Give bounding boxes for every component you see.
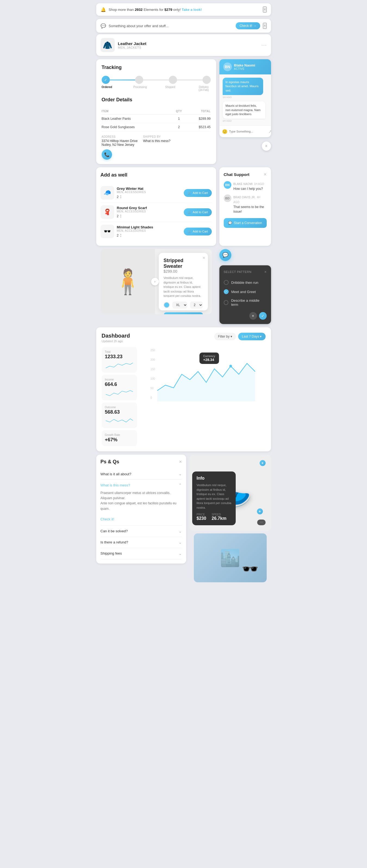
call-button[interactable]: 📞 bbox=[102, 149, 112, 160]
qty-stepper-hat[interactable]: 2 ▲ ▼ bbox=[117, 195, 181, 199]
shoe-more-button[interactable]: ⋯ bbox=[257, 520, 265, 525]
svg-text:50: 50 bbox=[150, 387, 153, 390]
step-line-2 bbox=[143, 80, 169, 81]
period-filter-button[interactable]: Last 7 Days ▾ bbox=[238, 333, 265, 340]
qty-down-scarf[interactable]: ▼ bbox=[120, 216, 122, 218]
accordion-item-4: Is there a refund? ⌄ bbox=[101, 537, 182, 548]
product-img-scarf: 🧣 bbox=[101, 205, 114, 219]
sweater-price: $299.00 bbox=[164, 269, 203, 274]
accordion-header-1[interactable]: What is it all about? ⌄ bbox=[101, 468, 182, 479]
qty-down-hat[interactable]: ▼ bbox=[120, 197, 122, 199]
sweater-color-option[interactable] bbox=[164, 302, 170, 308]
offer-notification-close[interactable]: × bbox=[263, 23, 266, 29]
pattern-card: SELECT PATTERN × Dribbble then run Meet … bbox=[219, 265, 271, 324]
chat-input-field[interactable] bbox=[229, 130, 267, 133]
qty-arrows-hat[interactable]: ▲ ▼ bbox=[120, 195, 122, 199]
product-name-scarf: Round Grey Scarf bbox=[117, 206, 181, 210]
pattern-cancel-button[interactable]: × bbox=[249, 312, 257, 320]
sweater-size-select[interactable]: XLSML bbox=[172, 302, 187, 309]
metrics-column: Total 1233.23 Income 664.6 Outcome bbox=[102, 347, 137, 446]
chat-input-row: 🙂 ↗ ➤ bbox=[219, 125, 271, 137]
sweater-section: 🧍 › × Stripped Sweater $299.00 Vestibulu… bbox=[101, 249, 212, 314]
metric-total-chart bbox=[105, 361, 134, 369]
add-to-cart-hat[interactable]: 🛒 Add to Cart bbox=[184, 189, 212, 197]
sweater-next-button[interactable]: › bbox=[151, 278, 159, 285]
qty-arrows-shades[interactable]: ▲ ▼ bbox=[120, 233, 122, 238]
filter-by-button[interactable]: Filter by ▾ bbox=[214, 333, 236, 340]
dashboard-filters: Filter by ▾ Last 7 Days ▾ bbox=[214, 333, 265, 340]
shipped-label: SHIPPED BY bbox=[143, 135, 170, 138]
chat-attachment-icon[interactable]: ↗ bbox=[268, 129, 271, 134]
accordion-item-1: What is it all about? ⌄ bbox=[101, 468, 182, 479]
take-look-link[interactable]: Take a look! bbox=[181, 8, 202, 12]
accordion-header-2[interactable]: What is this mess? ⌃ bbox=[101, 479, 182, 491]
cart-icon-hat: 🛒 bbox=[188, 191, 191, 195]
accordion-q-1: What is it all about? bbox=[101, 472, 131, 476]
accordion-arrow-3: ⌄ bbox=[178, 529, 182, 533]
chat-msg-time-bn: 1H AGO bbox=[254, 183, 264, 186]
pattern-item-3[interactable]: Describe a middle term bbox=[224, 296, 267, 309]
metric-outcome-chart bbox=[105, 416, 134, 425]
top-notification-close[interactable]: × bbox=[263, 6, 266, 12]
qty-stepper-scarf[interactable]: 2 ▲ ▼ bbox=[117, 214, 181, 218]
sweater-add-to-cart-button[interactable]: 🛒 Add to Cart bbox=[164, 312, 203, 314]
accordion-item-2: What is this mess? ⌃ Praesent ullamcorpe… bbox=[101, 479, 182, 526]
chat-msg-avatar-bd: BD bbox=[224, 194, 231, 202]
lifestyle-emoji: 🏙️ bbox=[220, 548, 240, 568]
qty-hat: 2 bbox=[117, 195, 119, 199]
shoe-badge-plus-2[interactable]: + bbox=[257, 508, 263, 515]
chat-body: In egestas mauris faucibus sit amet. Mau… bbox=[219, 74, 271, 125]
add-to-cart-shades[interactable]: 🛒 Add to Cart bbox=[184, 227, 212, 236]
qty-down-shades[interactable]: ▼ bbox=[120, 236, 122, 238]
pattern-close-button[interactable]: × bbox=[264, 270, 266, 274]
pattern-radio-2[interactable] bbox=[224, 289, 229, 294]
pattern-item-1[interactable]: Dribbble then run bbox=[224, 278, 267, 287]
shoe-info-col: 👟 + + ⋯ Info Vestibulum nisl neque, dign… bbox=[190, 455, 271, 587]
offer-notification-bar: 💬 Something about your offer and stuff..… bbox=[96, 19, 271, 33]
chat-msg-avatar-bn: BN bbox=[224, 181, 231, 189]
accordion-header-3[interactable]: Can it be solved? ⌄ bbox=[101, 526, 182, 537]
dashboard-updated: Updated 2h ago bbox=[102, 340, 130, 343]
float-chat-button[interactable]: 💬 bbox=[219, 249, 231, 261]
pattern-item-2[interactable]: Meet and Greet bbox=[224, 287, 267, 296]
chat-support-close[interactable]: × bbox=[264, 172, 267, 177]
metric-income-value: 664.6 bbox=[105, 381, 134, 387]
label-ordered: Ordered bbox=[102, 86, 110, 92]
col-qty: QTY bbox=[173, 108, 186, 115]
pattern-radio-3[interactable] bbox=[224, 300, 229, 305]
sweater-popup-close[interactable]: × bbox=[202, 255, 205, 260]
pattern-label-1: Dribbble then run bbox=[231, 281, 258, 285]
bottom-lifestyle-image: 🏙️ 🕶️ bbox=[194, 533, 267, 582]
product-header-title: Leather Jacket bbox=[118, 41, 258, 46]
accordion-body-2: Praesent ullamcorper metus ut ultrices c… bbox=[101, 491, 182, 526]
product-row-hat: 🧢 Grey Winter Hat MEN, ACCESSORIES 2 ▲ ▼… bbox=[101, 183, 212, 203]
shoe-badge-plus-1[interactable]: + bbox=[260, 460, 265, 466]
svg-point-6 bbox=[229, 365, 232, 368]
start-conversation-button[interactable]: 💬 Start a Converation bbox=[224, 218, 267, 228]
tracking-title: Tracking bbox=[102, 65, 211, 70]
chat-support-card: Chat Support × BN BLAKE NAOMI 1H AGO How… bbox=[219, 167, 271, 246]
element-count: 2932 bbox=[135, 8, 143, 12]
info-speed-value: 26.7km bbox=[212, 516, 226, 521]
pattern-confirm-button[interactable]: ✓ bbox=[259, 312, 267, 320]
add-well-row: Add as well 🧢 Grey Winter Hat MEN, ACCES… bbox=[96, 167, 271, 246]
sweater-model-area: 🧍 › bbox=[101, 249, 155, 314]
qty-arrows-scarf[interactable]: ▲ ▼ bbox=[120, 214, 122, 218]
accordion-header-4[interactable]: Is there a refund? ⌄ bbox=[101, 537, 182, 548]
order-table: ITEM QTY TOTAL Black Leather Pants 1 $28… bbox=[102, 108, 211, 131]
add-to-cart-scarf[interactable]: 🛒 Add to Cart bbox=[184, 208, 212, 216]
product-options-menu[interactable]: ⋯ bbox=[261, 42, 267, 48]
dashboard-title-block: Dashboard Updated 2h ago bbox=[102, 333, 130, 343]
sweater-qty-select[interactable]: 213 bbox=[190, 302, 203, 309]
check-offer-button[interactable]: Check it! → bbox=[236, 22, 260, 29]
chat-close-float-button[interactable]: × bbox=[262, 142, 271, 151]
metric-total: Total 1233.23 bbox=[102, 347, 137, 373]
accordion-header-5[interactable]: Shipping fees ⌄ bbox=[101, 548, 182, 559]
psqs-title: Ps & Qs bbox=[101, 459, 119, 465]
label-shipped: Shipped bbox=[165, 86, 173, 92]
main-chart-area: Currency +28.34 250 200 150 100 50 0 bbox=[141, 347, 265, 401]
psqs-close-button[interactable]: × bbox=[179, 459, 182, 465]
check-it-link[interactable]: Check it! bbox=[101, 517, 114, 524]
pattern-radio-1[interactable] bbox=[224, 280, 229, 285]
qty-stepper-shades[interactable]: 2 ▲ ▼ bbox=[117, 233, 181, 238]
